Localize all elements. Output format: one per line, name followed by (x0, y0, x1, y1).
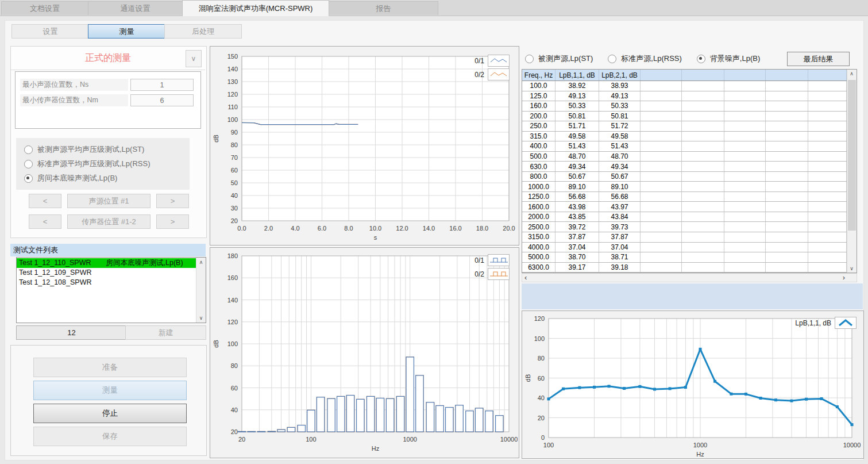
table-row[interactable]: 250.051.7151.72 (522, 121, 847, 132)
table-cell (641, 192, 682, 202)
result-radio-0[interactable]: 被测声源,Lp(ST) (525, 53, 593, 64)
table-row[interactable]: 1250.056.6856.68 (522, 192, 847, 202)
subtab-postprocess[interactable]: 后处理 (164, 24, 242, 39)
source-position-next-button[interactable]: > (156, 194, 189, 208)
bar-series-icon[interactable] (488, 268, 510, 280)
min-source-positions-input[interactable] (130, 79, 194, 91)
table-row[interactable]: 4000.037.0437.04 (522, 243, 847, 253)
scroll-up-icon[interactable]: ∧ (196, 258, 206, 266)
table-row[interactable]: 2000.043.8543.84 (522, 212, 847, 223)
table-cell: 3150.0 (522, 232, 555, 242)
source-position-prev-button[interactable]: < (29, 194, 61, 208)
source-position-label: 声源位置 #1 (88, 196, 129, 206)
stop-label: 停止 (102, 408, 118, 419)
scroll-left-icon[interactable]: ‹ (524, 274, 527, 282)
test-type-radio-1[interactable]: 标准声源平均声压级测试,Lp(RSS) (24, 159, 190, 169)
mic-position-next-button[interactable]: > (156, 214, 189, 229)
table-cell (766, 121, 808, 131)
scroll-down-icon[interactable]: ∨ (847, 266, 856, 271)
svg-text:100: 100 (306, 436, 316, 443)
file-list[interactable]: Test 1_12_110_SPWR房间本底噪声测试,Lp(B)Test 1_1… (16, 257, 206, 323)
svg-text:120: 120 (534, 315, 545, 322)
mic-position-prev-button[interactable]: < (29, 214, 61, 229)
result-spectrum-chart-panel: 020406080100120100100010000dBHz LpB,1,1,… (522, 310, 864, 459)
table-row[interactable]: 500.048.7048.70 (522, 152, 847, 162)
line-series-icon[interactable] (835, 317, 857, 329)
table-row[interactable]: 800.050.6750.67 (522, 172, 847, 182)
radio-icon[interactable] (697, 55, 705, 63)
svg-text:1000: 1000 (693, 442, 707, 448)
positions-count-box: 最小声源位置数，Ns 最小传声器位置数，Nm (15, 71, 201, 129)
subtab-measure[interactable]: 测量 (88, 24, 165, 39)
table-cell (641, 132, 682, 141)
radio-icon[interactable] (24, 174, 33, 183)
radio-icon[interactable] (24, 160, 33, 168)
tab-channel-settings[interactable]: 通道设置 (88, 1, 183, 15)
table-cell (641, 91, 682, 101)
prepare-button[interactable]: 准备 (33, 358, 187, 377)
table-row[interactable]: 6300.039.1739.18 (522, 263, 847, 273)
table-row[interactable]: 2500.039.7239.73 (522, 222, 847, 232)
table-cell (682, 91, 724, 101)
scroll-up-icon[interactable]: ∧ (847, 71, 856, 76)
radio-icon[interactable] (24, 145, 33, 154)
tab-mcr-spwr[interactable]: 混响室法测试声功率(MCR-SPWR) (182, 0, 329, 16)
line-series-icon[interactable] (488, 68, 510, 80)
table-row[interactable]: 1000.089.1089.10 (522, 182, 847, 192)
new-test-button[interactable]: 新建 (125, 325, 206, 340)
test-count-button[interactable]: 12 (16, 325, 127, 340)
table-row[interactable]: 3150.037.8737.87 (522, 232, 847, 243)
table-cell (682, 132, 724, 141)
table-row[interactable]: 630.049.3449.34 (522, 162, 847, 172)
min-mic-positions-input[interactable] (130, 94, 194, 106)
table-row[interactable]: 400.051.4351.43 (522, 141, 847, 152)
table-cell (682, 212, 724, 222)
scroll-right-icon[interactable]: › (843, 274, 845, 282)
table-row[interactable]: 200.050.8150.81 (522, 112, 847, 122)
file-list-item[interactable]: Test 1_12_108_SPWR (17, 278, 196, 287)
measure-button[interactable]: 测量 (33, 381, 187, 400)
stop-button[interactable]: 停止 (33, 404, 187, 423)
save-button[interactable]: 保存 (33, 427, 187, 446)
chevron-down-icon[interactable]: ∨ (186, 50, 202, 67)
table-horizontal-scrollbar[interactable]: ‹ › (522, 273, 857, 282)
table-row[interactable]: 5000.038.7038.71 (522, 252, 847, 263)
svg-text:20: 20 (538, 415, 545, 421)
mic-position-button[interactable]: 传声器位置 #1-2 (67, 214, 151, 229)
table-cell (766, 172, 808, 182)
radio-icon[interactable] (525, 55, 534, 63)
scroll-down-icon[interactable]: ∨ (196, 314, 206, 322)
measurement-mode-dropdown[interactable]: 正式的测量 ∨ (11, 47, 205, 70)
table-row[interactable]: 125.049.1349.13 (522, 91, 847, 102)
table-cell (641, 81, 682, 91)
result-radio-2[interactable]: 背景噪声,Lp(B) (697, 53, 760, 64)
source-position-button[interactable]: 声源位置 #1 (67, 194, 151, 208)
final-result-button[interactable]: 最后结果 (787, 52, 850, 66)
scrollbar-thumb[interactable] (848, 80, 856, 231)
table-cell: 49.13 (555, 91, 599, 101)
table-cell (766, 162, 808, 171)
test-type-radio-2[interactable]: 房间本底噪声测试,Lp(B) (24, 173, 190, 183)
table-vertical-scrollbar[interactable]: ∧ ∨ (847, 70, 857, 273)
file-list-scrollbar[interactable]: ∧ ∨ (196, 258, 206, 323)
line-series-icon[interactable] (488, 55, 510, 67)
svg-text:100: 100 (534, 335, 545, 342)
subtab-settings[interactable]: 设置 (11, 24, 89, 39)
table-cell (808, 222, 847, 232)
results-table: Freq., HzLpB,1,1, dBLpB,2,1, dB 100.038.… (522, 69, 857, 273)
test-type-radio-0[interactable]: 被测声源平均声压级测试,Lp(ST) (24, 144, 190, 155)
svg-text:180: 180 (227, 252, 238, 259)
table-cell: 160.0 (522, 101, 555, 111)
file-list-item[interactable]: Test 1_12_110_SPWR房间本底噪声测试,Lp(B) (17, 258, 196, 268)
tab-document-settings[interactable]: 文档设置 (1, 1, 88, 15)
table-row[interactable]: 160.050.3350.33 (522, 101, 847, 112)
svg-text:30: 30 (231, 205, 238, 212)
table-row[interactable]: 1600.043.9843.97 (522, 202, 847, 212)
table-row[interactable]: 315.049.5849.58 (522, 132, 847, 142)
prev-arrow-label: < (43, 197, 48, 205)
file-list-item[interactable]: Test 1_12_109_SPWR (17, 268, 196, 278)
table-cell: 100.0 (522, 81, 555, 91)
table-row[interactable]: 100.038.9238.93 (522, 81, 847, 91)
tab-report[interactable]: 报告 (329, 1, 438, 15)
bar-series-icon[interactable] (488, 254, 510, 266)
